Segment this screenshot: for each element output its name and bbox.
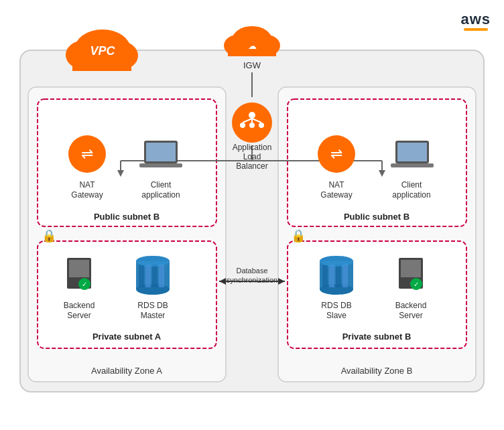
svg-text:NAT: NAT: [328, 180, 344, 190]
svg-rect-87: [322, 265, 328, 287]
svg-rect-56: [139, 163, 182, 167]
svg-rect-55: [146, 143, 176, 161]
svg-rect-88: [329, 265, 334, 287]
main-container: aws: [0, 0, 504, 430]
svg-rect-90: [342, 265, 348, 287]
svg-text:⇌: ⇌: [330, 145, 342, 162]
svg-rect-4: [288, 99, 466, 226]
svg-text:RDS DB: RDS DB: [137, 301, 168, 310]
svg-text:✓: ✓: [414, 281, 419, 288]
svg-point-81: [136, 256, 170, 267]
svg-text:RDS DB: RDS DB: [321, 301, 351, 310]
svg-text:Backend: Backend: [64, 301, 95, 310]
svg-text:Public subnet B: Public subnet B: [94, 212, 160, 222]
svg-text:Client: Client: [151, 180, 172, 190]
svg-rect-79: [152, 265, 158, 287]
diagram-svg: Database synchronization Public subnet B…: [0, 0, 504, 430]
svg-rect-89: [336, 265, 341, 287]
svg-text:Master: Master: [141, 311, 166, 320]
svg-text:application: application: [392, 190, 430, 200]
svg-point-91: [320, 256, 353, 267]
svg-text:application: application: [141, 190, 180, 200]
svg-text:IGW: IGW: [243, 60, 261, 70]
svg-text:☁: ☁: [248, 41, 257, 51]
svg-text:Backend: Backend: [395, 301, 427, 310]
svg-text:Gateway: Gateway: [320, 190, 352, 200]
svg-text:Slave: Slave: [326, 311, 346, 320]
svg-rect-77: [139, 265, 144, 287]
svg-point-43: [259, 123, 264, 128]
svg-text:Client: Client: [401, 180, 422, 190]
svg-text:Private subnet A: Private subnet A: [92, 332, 162, 342]
svg-text:Balancer: Balancer: [236, 161, 267, 171]
svg-rect-95: [401, 260, 421, 277]
svg-text:🔒: 🔒: [42, 228, 57, 243]
svg-text:Server: Server: [67, 311, 90, 320]
svg-text:✓: ✓: [82, 281, 87, 288]
svg-text:Availability Zone A: Availability Zone A: [91, 366, 162, 376]
svg-rect-80: [159, 265, 164, 287]
svg-text:Server: Server: [399, 311, 422, 320]
svg-text:Availability Zone B: Availability Zone B: [341, 366, 413, 376]
svg-text:Load: Load: [243, 152, 261, 161]
svg-rect-64: [397, 143, 427, 161]
svg-text:NAT: NAT: [79, 180, 95, 190]
svg-text:Database: Database: [236, 267, 267, 275]
svg-point-40: [249, 112, 255, 119]
svg-text:Public subnet B: Public subnet B: [344, 212, 410, 222]
svg-text:Gateway: Gateway: [71, 190, 103, 200]
svg-rect-65: [391, 163, 434, 167]
svg-point-42: [249, 123, 255, 128]
svg-rect-78: [145, 265, 151, 287]
svg-text:synchronization: synchronization: [227, 276, 277, 284]
svg-text:Application: Application: [233, 143, 272, 152]
svg-text:Private subnet B: Private subnet B: [342, 332, 412, 342]
svg-rect-3: [38, 99, 216, 226]
svg-text:⇌: ⇌: [81, 145, 93, 162]
svg-point-41: [240, 123, 245, 128]
svg-text:VPC: VPC: [90, 44, 115, 58]
svg-text:🔒: 🔒: [291, 228, 306, 243]
svg-rect-69: [69, 260, 89, 277]
